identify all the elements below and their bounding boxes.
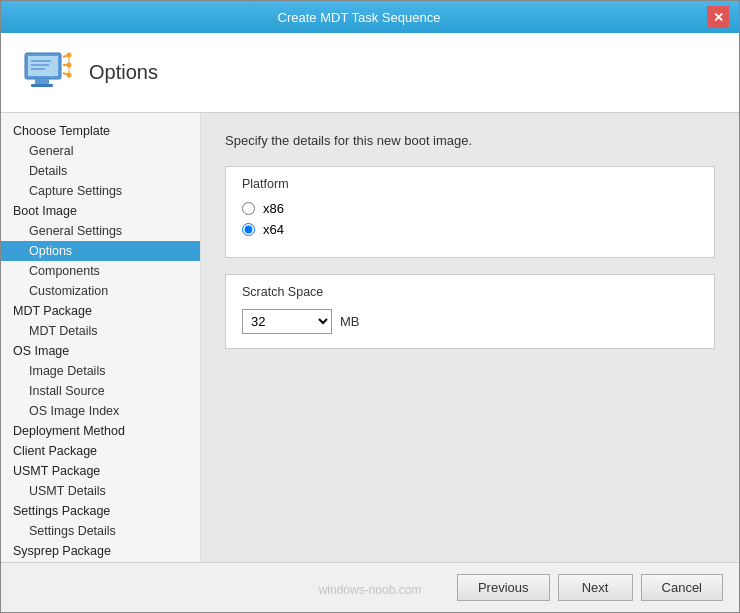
sidebar-item[interactable]: Settings Details <box>1 521 200 541</box>
window-title: Create MDT Task Sequence <box>11 10 707 25</box>
sidebar: Choose TemplateGeneralDetailsCapture Set… <box>1 113 201 562</box>
radio-x86-input[interactable] <box>242 202 255 215</box>
sidebar-section-header: USMT Package <box>1 461 200 481</box>
svg-rect-1 <box>28 56 58 76</box>
sidebar-item[interactable]: USMT Details <box>1 481 200 501</box>
radio-x64-input[interactable] <box>242 223 255 236</box>
radio-x86[interactable]: x86 <box>242 201 698 216</box>
footer-area: Previous Next Cancel <box>1 562 739 612</box>
header-area: Options <box>1 33 739 113</box>
main-window: Create MDT Task Sequence ✕ <box>0 0 740 613</box>
close-button[interactable]: ✕ <box>707 6 729 28</box>
sidebar-item[interactable]: Install Source <box>1 381 200 401</box>
sidebar-item[interactable]: Details <box>1 161 200 181</box>
radio-x64-label: x64 <box>263 222 284 237</box>
sidebar-item[interactable]: Customization <box>1 281 200 301</box>
platform-label: Platform <box>242 177 698 191</box>
sidebar-section-header: Settings Package <box>1 501 200 521</box>
sidebar-item[interactable]: General Settings <box>1 221 200 241</box>
sidebar-section-header: Boot Image <box>1 201 200 221</box>
sidebar-item[interactable]: Capture Settings <box>1 181 200 201</box>
sidebar-item[interactable]: MDT Details <box>1 321 200 341</box>
platform-group: Platform x86 x64 <box>225 166 715 258</box>
sidebar-item[interactable]: Components <box>1 261 200 281</box>
previous-button[interactable]: Previous <box>457 574 550 601</box>
sidebar-section-header: Client Package <box>1 441 200 461</box>
main-description: Specify the details for this new boot im… <box>225 133 715 148</box>
sidebar-section-header: Choose Template <box>1 121 200 141</box>
sidebar-section-header: MDT Package <box>1 301 200 321</box>
cancel-button[interactable]: Cancel <box>641 574 723 601</box>
scratch-label: Scratch Space <box>242 285 698 299</box>
scratch-group: Scratch Space 3264128256 MB <box>225 274 715 349</box>
next-button[interactable]: Next <box>558 574 633 601</box>
sidebar-section-header: Sysprep Package <box>1 541 200 561</box>
header-title: Options <box>89 61 158 84</box>
sidebar-item[interactable]: Options <box>1 241 200 261</box>
main-panel: Specify the details for this new boot im… <box>201 113 739 562</box>
radio-x64[interactable]: x64 <box>242 222 698 237</box>
radio-x86-label: x86 <box>263 201 284 216</box>
sidebar-item[interactable]: General <box>1 141 200 161</box>
scratch-row: 3264128256 MB <box>242 309 698 334</box>
title-bar: Create MDT Task Sequence ✕ <box>1 1 739 33</box>
content-area: Choose TemplateGeneralDetailsCapture Set… <box>1 113 739 562</box>
sidebar-item[interactable]: Image Details <box>1 361 200 381</box>
header-icon <box>21 47 73 99</box>
sidebar-item[interactable]: OS Image Index <box>1 401 200 421</box>
scratch-select[interactable]: 3264128256 <box>242 309 332 334</box>
sidebar-section-header: Deployment Method <box>1 421 200 441</box>
sidebar-section-header: OS Image <box>1 341 200 361</box>
svg-rect-3 <box>31 84 53 87</box>
scratch-unit: MB <box>340 314 360 329</box>
